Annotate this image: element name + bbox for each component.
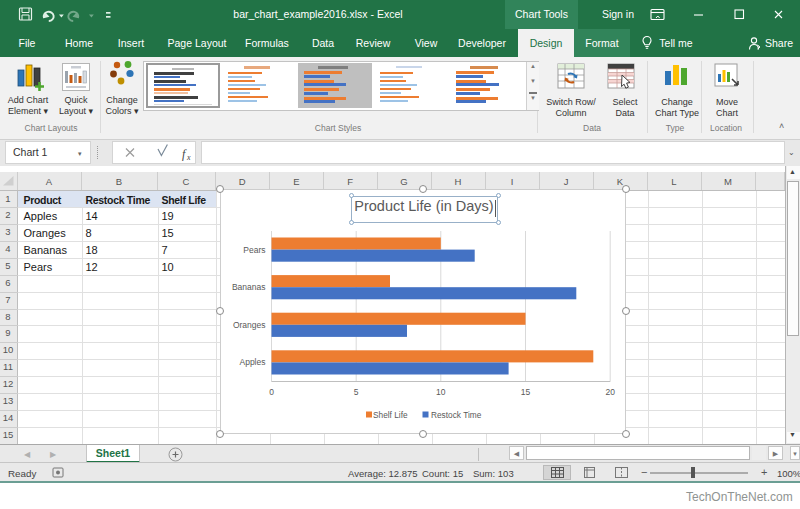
svg-text:0: 0	[269, 387, 274, 397]
svg-text:Restock Time: Restock Time	[431, 410, 482, 420]
svg-text:15: 15	[521, 387, 531, 397]
svg-text:Shelf Life: Shelf Life	[373, 410, 408, 420]
svg-text:10: 10	[436, 387, 446, 397]
svg-text:20: 20	[605, 387, 615, 397]
svg-text:5: 5	[354, 387, 359, 397]
svg-text:x: x	[186, 153, 191, 162]
svg-text:Pears: Pears	[243, 245, 265, 255]
svg-text:Bananas: Bananas	[232, 282, 266, 292]
svg-text:Oranges: Oranges	[233, 320, 266, 330]
svg-text:Apples: Apples	[240, 357, 266, 367]
